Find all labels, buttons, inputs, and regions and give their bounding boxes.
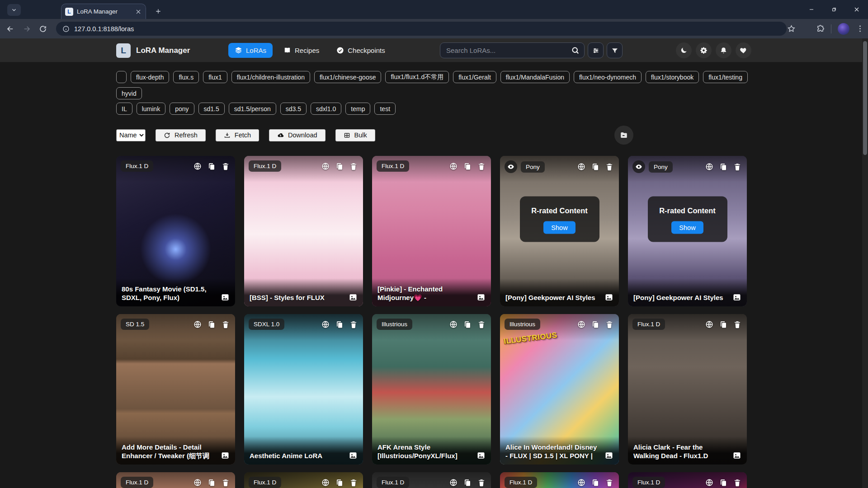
globe-icon[interactable] <box>705 320 713 328</box>
globe-icon[interactable] <box>577 163 585 171</box>
example-images-icon[interactable] <box>221 293 230 302</box>
example-images-icon[interactable] <box>604 451 613 460</box>
example-images-icon[interactable] <box>732 451 741 460</box>
trash-icon[interactable] <box>222 162 230 170</box>
tag-sd1.5[interactable]: sd1.5 <box>198 103 225 115</box>
extensions-icon[interactable] <box>816 24 825 33</box>
globe-icon[interactable] <box>193 320 202 328</box>
tag-flux-depth[interactable]: flux-depth <box>131 71 169 83</box>
scrollbar-thumb[interactable] <box>863 41 867 155</box>
example-images-icon[interactable] <box>349 293 358 302</box>
copy-icon[interactable] <box>719 163 727 171</box>
tag-sdxl1.0[interactable]: sdxl1.0 <box>311 103 341 115</box>
bulk-button[interactable]: Bulk <box>335 129 375 141</box>
copy-icon[interactable] <box>335 479 344 487</box>
tag-flux1/storybook[interactable]: flux1/storybook <box>646 71 699 83</box>
search-input[interactable] <box>440 42 585 58</box>
sort-options-button[interactable] <box>588 42 604 58</box>
trash-icon[interactable] <box>605 163 613 171</box>
tag-flux1/neo-dynomech[interactable]: flux1/neo-dynomech <box>574 71 642 83</box>
lora-card[interactable]: PonyR-rated ContentShow[Pony] Geekpower … <box>500 156 619 306</box>
browser-menu-icon[interactable] <box>856 24 864 33</box>
trash-icon[interactable] <box>349 479 358 487</box>
trash-icon[interactable] <box>733 479 741 487</box>
fetch-button[interactable]: Fetch <box>216 129 259 141</box>
tag-hyvid[interactable]: hyvid <box>116 87 142 99</box>
copy-icon[interactable] <box>463 162 472 170</box>
globe-icon[interactable] <box>705 163 713 171</box>
lora-card[interactable]: Flux.1 D[Pinkie] - Enchanted Midjourney💗… <box>372 156 491 306</box>
address-bar[interactable]: 127.0.0.1:8188/loras <box>56 22 787 36</box>
globe-icon[interactable] <box>193 162 202 170</box>
example-images-icon[interactable] <box>732 293 741 302</box>
copy-icon[interactable] <box>591 163 599 171</box>
tab-close-icon[interactable] <box>135 8 142 15</box>
window-restore-button[interactable] <box>823 0 845 19</box>
globe-icon[interactable] <box>449 162 458 170</box>
copy-icon[interactable] <box>335 320 344 328</box>
trash-icon[interactable] <box>477 320 486 328</box>
copy-icon[interactable] <box>591 320 599 328</box>
search-icon[interactable] <box>571 46 580 55</box>
example-images-icon[interactable] <box>604 293 613 302</box>
tag-flux1/testing[interactable]: flux1/testing <box>703 71 748 83</box>
lora-card[interactable]: IllustriousILLUSTRIOUSAlice In Wonderlan… <box>500 314 619 465</box>
trash-icon[interactable] <box>222 479 230 487</box>
trash-icon[interactable] <box>349 320 358 328</box>
globe-icon[interactable] <box>449 320 458 328</box>
copy-icon[interactable] <box>719 320 727 328</box>
refresh-button[interactable]: Refresh <box>156 129 206 141</box>
globe-icon[interactable] <box>577 320 585 328</box>
sort-select[interactable]: Name <box>116 129 146 141</box>
lora-card[interactable]: Flux.1 D[BSS] - Styles for FLUX <box>244 156 363 306</box>
globe-icon[interactable] <box>705 479 713 487</box>
favorites-button[interactable] <box>736 42 751 58</box>
tag-IL[interactable]: IL <box>116 103 132 115</box>
globe-icon[interactable] <box>321 162 330 170</box>
visibility-toggle-button[interactable] <box>632 160 645 173</box>
tag-flux1/Geralt[interactable]: flux1/Geralt <box>453 71 496 83</box>
lora-card[interactable]: Flux.1 D <box>628 472 747 488</box>
globe-icon[interactable] <box>321 320 330 328</box>
lora-card[interactable]: Flux.1 D80s Fantasy Movie (SD1.5, SDXL, … <box>116 156 235 306</box>
window-minimize-button[interactable] <box>800 0 823 19</box>
example-images-icon[interactable] <box>349 451 358 460</box>
page-scrollbar[interactable] <box>862 38 868 488</box>
globe-icon[interactable] <box>321 479 330 487</box>
globe-icon[interactable] <box>577 479 585 487</box>
trash-icon[interactable] <box>605 479 613 487</box>
tag-temp[interactable]: temp <box>345 103 370 115</box>
tag-pony[interactable]: pony <box>170 103 194 115</box>
trash-icon[interactable] <box>349 162 358 170</box>
globe-icon[interactable] <box>193 479 202 487</box>
tab-recipes[interactable]: Recipes <box>277 43 326 58</box>
lora-card[interactable]: IllustriousAFK Arena Style [Illustrious/… <box>372 314 491 465</box>
tab-loras[interactable]: LoRAs <box>228 43 273 58</box>
theme-toggle-button[interactable] <box>676 42 692 58</box>
lora-card[interactable]: PonyR-rated ContentShow[Pony] Geekpower … <box>628 156 747 306</box>
settings-button[interactable] <box>696 42 712 58</box>
trash-icon[interactable] <box>733 320 741 328</box>
copy-icon[interactable] <box>463 320 472 328</box>
lora-card[interactable]: SDXL 1.0Aesthetic Anime LoRA <box>244 314 363 465</box>
tag-lumink[interactable]: lumink <box>137 103 165 115</box>
tag-sd3.5[interactable]: sd3.5 <box>280 103 307 115</box>
tag-flux1/flux1.d不常用[interactable]: flux1/flux1.d不常用 <box>385 71 449 83</box>
copy-icon[interactable] <box>335 162 344 170</box>
filter-button[interactable] <box>607 42 623 58</box>
tag-sd1.5/person[interactable]: sd1.5/person <box>229 103 276 115</box>
trash-icon[interactable] <box>733 163 741 171</box>
lora-card[interactable]: SD 1.5Add More Details - Detail Enhancer… <box>116 314 235 465</box>
trash-icon[interactable] <box>477 479 486 487</box>
copy-icon[interactable] <box>719 479 727 487</box>
window-close-button[interactable] <box>845 0 868 19</box>
bookmark-star-icon[interactable] <box>787 24 796 33</box>
download-button[interactable]: Download <box>269 129 326 141</box>
lora-card[interactable]: Flux.1 D <box>116 472 235 488</box>
show-button[interactable]: Show <box>671 221 703 234</box>
reload-button[interactable] <box>37 23 49 35</box>
lora-card[interactable]: Flux.1 D <box>500 472 619 488</box>
browser-tab[interactable]: L LoRA Manager <box>61 4 146 19</box>
lora-card[interactable]: Flux.1 D <box>244 472 363 488</box>
lora-card[interactable]: Flux.1 DAlicia Clark - Fear the Walking … <box>628 314 747 465</box>
